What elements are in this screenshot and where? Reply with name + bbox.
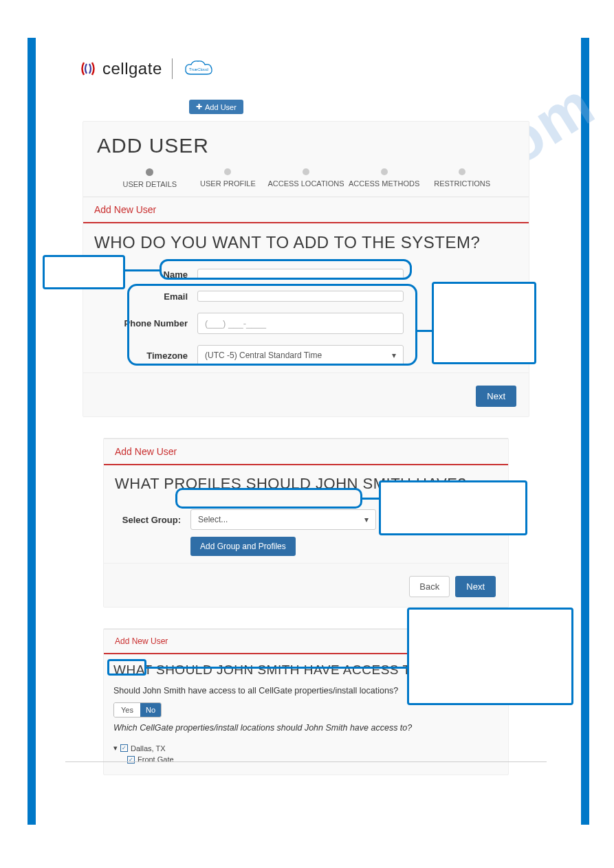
plus-icon: ✚ <box>196 102 202 111</box>
yes-no-toggle[interactable]: Yes No <box>113 702 162 717</box>
panel3-question2: Which CellGate properties/install locati… <box>104 717 508 739</box>
label-phone: Phone Number <box>94 318 197 329</box>
logo-separator <box>172 58 173 79</box>
step-access-methods[interactable]: ACCESS METHODS <box>345 168 424 188</box>
group-placeholder: Select... <box>198 515 228 524</box>
panel1-section-title: WHO DO YOU WANT TO ADD TO THE SYSTEM? <box>83 223 529 265</box>
label-timezone: Timezone <box>94 350 197 361</box>
callout-group-line <box>362 498 380 500</box>
panel2-footer: Back Next <box>104 563 508 607</box>
callout-contact <box>432 282 536 364</box>
callout-group <box>379 480 527 535</box>
callout-name-line <box>125 269 160 271</box>
checkbox-dallas[interactable]: ✓ <box>120 744 128 752</box>
timezone-value: (UTC -5) Central Standard Time <box>205 350 322 360</box>
select-timezone[interactable]: (UTC -5) Central Standard Time ▾ <box>197 345 404 366</box>
callout-yesno <box>407 608 573 705</box>
tree-label-dallas: Dallas, TX <box>131 744 166 753</box>
add-user-button[interactable]: ✚ Add User <box>189 100 243 114</box>
callout-name <box>43 255 125 289</box>
tree-row-front-gate[interactable]: ✓ Front Gate <box>113 754 498 765</box>
select-group[interactable]: Select... ▾ <box>190 509 376 530</box>
panel2-header: Add New User <box>104 438 508 465</box>
logo-text: cellgate <box>102 59 162 78</box>
tree-label-front-gate: Front Gate <box>138 755 174 764</box>
step-restrictions[interactable]: RESTRICTIONS <box>423 168 501 188</box>
input-name[interactable] <box>197 269 404 280</box>
panel1-header: Add New User <box>83 197 529 223</box>
page-title: ADD USER <box>83 122 529 164</box>
callout-contact-line <box>417 330 432 332</box>
cloud-icon: TrueCloud <box>182 59 215 78</box>
page-border-left <box>28 38 36 825</box>
logo-icon <box>79 60 97 78</box>
row-add-group: Add Group and Profiles <box>104 537 508 563</box>
location-tree: ▾ ✓ Dallas, TX ✓ Front Gate <box>104 739 508 775</box>
step-user-details[interactable]: USER DETAILS <box>111 168 189 188</box>
footer-rule <box>65 761 547 762</box>
toggle-no[interactable]: No <box>140 703 161 717</box>
next-button-2[interactable]: Next <box>455 576 496 597</box>
input-email[interactable] <box>197 291 404 302</box>
caret-down-icon: ▾ <box>113 744 118 753</box>
step-user-profile[interactable]: USER PROFILE <box>189 168 267 188</box>
step-access-locations[interactable]: ACCESS LOCATIONS <box>267 168 345 188</box>
logo-row: cellgate TrueCloud <box>79 58 550 79</box>
svg-text:TrueCloud: TrueCloud <box>189 67 208 71</box>
add-user-label: Add User <box>205 103 237 111</box>
input-phone[interactable]: (___) ___-____ <box>197 313 404 334</box>
wizard-steps: USER DETAILS USER PROFILE ACCESS LOCATIO… <box>83 164 529 197</box>
next-button[interactable]: Next <box>476 386 516 407</box>
back-button[interactable]: Back <box>409 576 450 597</box>
page-border-right <box>581 38 589 825</box>
toggle-yes[interactable]: Yes <box>114 703 140 717</box>
add-group-button[interactable]: Add Group and Profiles <box>190 537 296 556</box>
label-email: Email <box>94 291 197 302</box>
panel1-footer: Next <box>83 372 529 416</box>
label-select-group: Select Group: <box>115 515 190 525</box>
callout-yesno-line <box>146 667 407 669</box>
chevron-down-icon: ▾ <box>364 515 369 524</box>
chevron-down-icon: ▾ <box>392 350 396 360</box>
tree-row-dallas[interactable]: ▾ ✓ Dallas, TX <box>113 742 498 754</box>
